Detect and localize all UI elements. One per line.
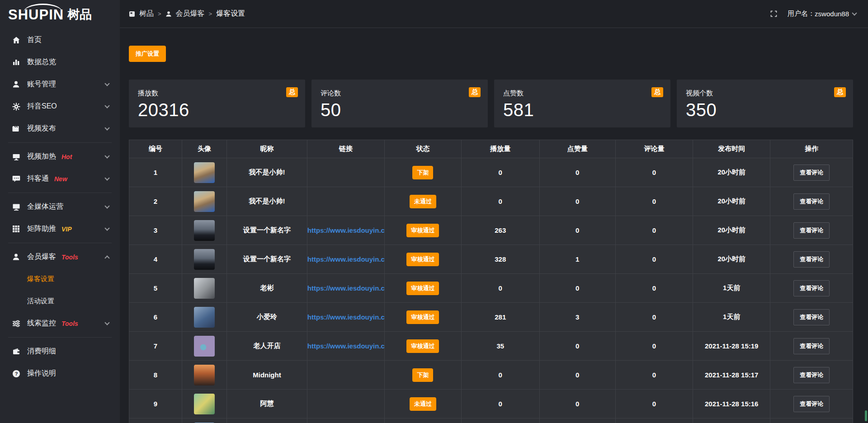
cell-status [385, 418, 462, 423]
cell-status: 审核通过 [385, 303, 462, 332]
view-comments-button[interactable]: 查看评论 [793, 193, 830, 210]
view-comments-button[interactable]: 查看评论 [793, 338, 830, 354]
cell-link: https://www.iesdouyin.c [307, 332, 384, 361]
cell-likes: 0 [539, 187, 615, 216]
cell-comments: 0 [615, 158, 693, 187]
cell-id: 6 [129, 303, 182, 332]
vip-badge: VIP [61, 226, 72, 233]
cell-status: 审核通过 [385, 216, 462, 245]
cell-nickname: 我不是小帅! [227, 158, 307, 187]
avatar [194, 220, 215, 241]
view-comments-button[interactable]: 查看评论 [793, 280, 830, 296]
status-badge: 审核通过 [406, 310, 439, 324]
table-row: 2 我不是小帅! 未通过 0 0 0 20小时前 查看评论 [129, 187, 853, 216]
cell-status: 未通过 [385, 390, 462, 418]
cell-nickname: 设置一个新名字 [227, 245, 307, 274]
col-header-id: 编号 [129, 140, 182, 158]
video-table: 编号 头像 昵称 链接 状态 播放量 点赞量 评论量 发布时间 操作 1 我不是… [129, 140, 853, 423]
cell-nickname: Midnight [227, 361, 307, 390]
user-icon [12, 253, 20, 261]
avatar [194, 307, 215, 328]
chat-bubble-icon [12, 174, 20, 183]
video-link[interactable]: https://www.iesdouyin.c [307, 284, 385, 292]
cell-plays: 328 [461, 245, 539, 274]
cell-avatar [182, 332, 226, 361]
view-comments-button[interactable]: 查看评论 [793, 367, 830, 383]
bar-chart-icon [12, 58, 20, 66]
sidebar-item-douyin-seo[interactable]: 抖音SEO [0, 95, 120, 118]
table-row: 5 老彬 https://www.iesdouyin.c 审核通过 0 0 0 … [129, 274, 853, 303]
new-badge: New [54, 175, 67, 183]
cell-actions: 查看评论 [770, 361, 853, 390]
cell-avatar [182, 361, 226, 390]
view-comments-button[interactable]: 查看评论 [793, 309, 830, 325]
view-comments-button[interactable]: 查看评论 [793, 222, 830, 239]
stat-card-comments: 评论数 50 总 [311, 80, 488, 127]
sidebar-item-clue-monitor[interactable]: 线索监控 Tools [0, 312, 120, 334]
chevron-down-icon [104, 320, 109, 325]
cell-link: https://www.iesdouyin.c [307, 245, 384, 274]
username-label: 用户名： [788, 9, 815, 18]
cell-actions: 查看评论 [770, 187, 853, 216]
cell-comments: 0 [615, 332, 693, 361]
sidebar-item-home[interactable]: 首页 [0, 29, 120, 51]
cell-status: 下架 [385, 361, 462, 390]
sidebar-item-data-overview[interactable]: 数据总览 [0, 51, 120, 73]
chevron-down-icon [104, 153, 109, 158]
sliders-icon [12, 319, 20, 328]
sidebar-item-matrix-boost[interactable]: 矩阵助推 VIP [0, 218, 120, 240]
breadcrumb-item[interactable]: 会员爆客 [176, 9, 205, 19]
view-comments-button[interactable]: 查看评论 [793, 396, 830, 412]
cell-status: 审核通过 [385, 245, 462, 274]
sidebar-subitem-activity-settings[interactable]: 活动设置 [0, 290, 120, 312]
topbar: 树品 > 会员爆客 > 爆客设置 用户名： zswodun88 [120, 0, 868, 28]
video-link[interactable]: https://www.iesdouyin.c [307, 226, 385, 234]
grid-icon [12, 225, 20, 233]
cell-comments: 0 [615, 274, 693, 303]
video-link[interactable]: https://www.iesdouyin.c [307, 342, 385, 350]
view-comments-button[interactable]: 查看评论 [793, 251, 830, 268]
video-link[interactable]: https://www.iesdouyin.c [307, 313, 385, 321]
sidebar-item-omnimedia[interactable]: 全媒体运营 [0, 196, 120, 218]
video-link[interactable]: https://www.iesdouyin.c [307, 255, 385, 263]
sidebar-divider [8, 193, 112, 193]
sidebar-subitem-baoke-settings[interactable]: 爆客设置 [0, 268, 120, 290]
chevron-down-icon [104, 125, 109, 130]
sidebar-item-instructions[interactable]: ? 操作说明 [0, 362, 120, 385]
username-value: zswodun88 [815, 10, 849, 18]
breadcrumb-item[interactable]: 树品 [139, 9, 154, 19]
cell-status: 审核通过 [385, 274, 462, 303]
table-row: 4 设置一个新名字 https://www.iesdouyin.c 审核通过 3… [129, 245, 853, 274]
stat-label: 评论数 [321, 89, 481, 98]
cell-comments: 0 [615, 303, 693, 332]
cell-avatar [182, 245, 226, 274]
cell-comments: 0 [615, 245, 693, 274]
status-badge: 审核通过 [406, 282, 439, 295]
user-icon [12, 80, 20, 89]
user-menu[interactable]: 用户名： zswodun88 [788, 9, 856, 18]
sidebar-item-member-baoke[interactable]: 会员爆客 Tools [0, 246, 120, 268]
fullscreen-icon[interactable] [770, 10, 778, 18]
scrollbar-thumb[interactable] [865, 410, 867, 421]
sidebar-item-label: 数据总览 [27, 57, 56, 67]
sidebar-divider [8, 142, 112, 143]
col-header-plays: 播放量 [461, 140, 539, 158]
sidebar-item-douketong[interactable]: 抖客通 New [0, 168, 120, 190]
sidebar-divider [8, 243, 112, 243]
sidebar-item-video-publish[interactable]: 视频发布 [0, 118, 120, 140]
cell-time: 2021-11-28 15:16 [693, 390, 770, 418]
status-badge: 审核通过 [406, 224, 439, 237]
sidebar-item-account-mgmt[interactable]: 账号管理 [0, 73, 120, 95]
cell-time: 20小时前 [693, 216, 770, 245]
cell-link: https://www.iesdouyin.c [307, 274, 384, 303]
cell-plays: 0 [461, 361, 539, 390]
cell-status: 审核通过 [385, 332, 462, 361]
chevron-down-icon [104, 103, 109, 108]
sidebar-item-video-heat[interactable]: 视频加热 Hot [0, 146, 120, 168]
cell-likes: 0 [539, 361, 615, 390]
promo-settings-button[interactable]: 推广设置 [129, 46, 166, 62]
wallet-icon [12, 347, 20, 356]
view-comments-button[interactable]: 查看评论 [793, 164, 830, 181]
cell-link: https://www.iesdouyin.c [307, 216, 384, 245]
sidebar-item-consumption-details[interactable]: 消费明细 [0, 340, 120, 362]
